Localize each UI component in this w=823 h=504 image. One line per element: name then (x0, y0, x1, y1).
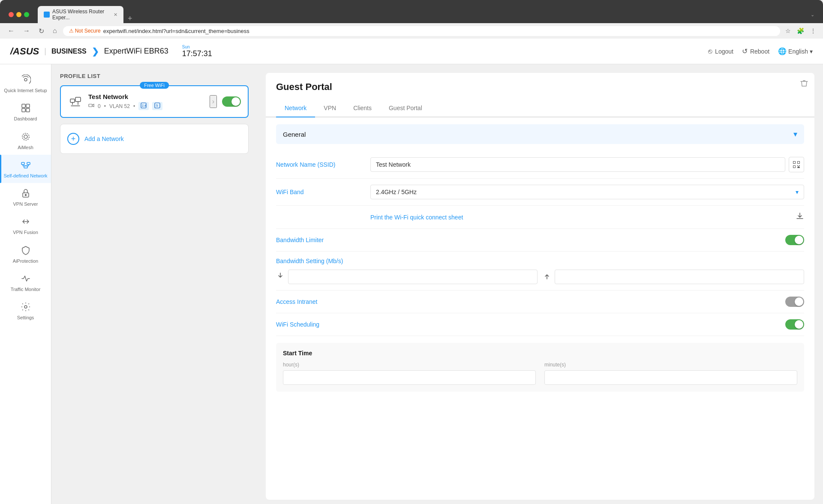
network-details: 0 • VLAN 52 • 2.4 (88, 102, 204, 110)
router-name: ExpertWiFi EBR63 (104, 47, 168, 56)
maximize-window-button[interactable] (24, 12, 29, 17)
header-chevron: ❯ (92, 46, 99, 57)
tab-vpn[interactable]: VPN (315, 99, 345, 117)
svg-rect-15 (89, 104, 92, 107)
access-intranet-toggle-slider (785, 297, 804, 307)
sidebar-label-traffic-monitor: Traffic Monitor (11, 286, 41, 292)
browser-tab-active[interactable]: ASUS Wireless Router Exper... ✕ (38, 6, 123, 23)
bandwidth-download-group (276, 270, 538, 284)
minimize-window-button[interactable] (16, 12, 21, 17)
svg-point-12 (24, 306, 27, 308)
hours-label: hour(s) (283, 362, 536, 368)
access-intranet-label: Access Intranet (276, 298, 318, 305)
logout-icon: ⎋ (708, 48, 712, 55)
sidebar-item-aimesh[interactable]: AiMesh (0, 126, 51, 155)
add-network-label: Add a Network (84, 135, 124, 142)
new-tab-button[interactable]: + (125, 14, 135, 23)
browser-extend-btn[interactable]: ⌄ (811, 12, 814, 18)
network-card[interactable]: Free WiFi Test Network (60, 85, 249, 118)
bandwidth-limiter-toggle[interactable] (785, 235, 804, 245)
network-name-control (370, 157, 804, 172)
qr-code-button[interactable] (789, 157, 804, 172)
not-secure-indicator: ⚠ Not Secure (69, 28, 101, 34)
settings-icon (20, 301, 32, 313)
network-name-input[interactable] (370, 157, 785, 172)
hours-input[interactable] (283, 370, 536, 385)
app-header: /ASUS | BUSINESS ❯ ExpertWiFi EBR63 Sun … (0, 39, 823, 64)
browser-toolbar: ☆ 🧩 ⋮ (784, 26, 818, 36)
start-time-section: Start Time hour(s) minute(s) (276, 343, 804, 392)
tab-network[interactable]: Network (276, 99, 315, 117)
bookmark-button[interactable]: ☆ (784, 26, 793, 36)
sidebar-item-traffic-monitor[interactable]: Traffic Monitor (0, 268, 51, 297)
sidebar-item-dashboard[interactable]: Dashboard (0, 98, 51, 126)
time-inputs: hour(s) minute(s) (283, 362, 797, 385)
svg-rect-29 (797, 167, 800, 168)
download-speed-icon (276, 272, 285, 282)
browser-window-controls (5, 12, 34, 17)
language-label: English (788, 48, 808, 55)
print-wifi-link[interactable]: Print the Wi-Fi quick connect sheet (370, 214, 792, 221)
main-content: Quick Internet Setup Dashboard AiMe (0, 64, 823, 504)
delete-button[interactable] (800, 79, 808, 90)
reboot-button[interactable]: ↺ Reboot (742, 47, 769, 55)
start-time-title: Start Time (283, 350, 797, 357)
refresh-button[interactable]: ↻ (36, 26, 47, 36)
system-time: Sun 17:57:31 (182, 45, 212, 58)
tab-close-button[interactable]: ✕ (114, 12, 117, 18)
language-selector[interactable]: 🌐 English ▾ (778, 47, 813, 55)
download-icon[interactable] (796, 212, 804, 222)
svg-rect-25 (793, 166, 795, 168)
sidebar-item-vpn-fusion[interactable]: VPN Fusion (0, 211, 51, 240)
general-section-header[interactable]: General ▾ (276, 124, 804, 144)
svg-rect-1 (22, 104, 25, 108)
sidebar-label-quick-internet-setup: Quick Internet Setup (4, 87, 47, 93)
access-intranet-toggle[interactable] (785, 297, 804, 307)
network-expand-button[interactable]: › (210, 95, 217, 108)
wifi-scheduling-toggle[interactable] (785, 319, 804, 330)
tab-favicon (44, 12, 50, 18)
svg-rect-26 (797, 165, 798, 166)
wifi-scheduling-label: WiFi Scheduling (276, 321, 319, 328)
network-toggle-slider (222, 96, 241, 107)
svg-point-0 (24, 78, 27, 81)
clients-count: 0 (98, 103, 101, 109)
network-toggle[interactable] (222, 96, 241, 107)
minutes-input[interactable] (544, 370, 797, 385)
sidebar-item-quick-internet-setup[interactable]: Quick Internet Setup (0, 69, 51, 98)
bandwidth-upload-input[interactable] (555, 270, 804, 284)
sidebar-item-vpn-server[interactable]: VPN Server (0, 183, 51, 211)
add-network-card[interactable]: + Add a Network (60, 124, 249, 154)
sidebar-label-vpn-fusion: VPN Fusion (13, 229, 38, 235)
extensions-button[interactable]: 🧩 (795, 26, 806, 36)
address-bar[interactable]: ⚠ Not Secure expertwifi.net/index.html?u… (63, 26, 780, 36)
print-wifi-control: Print the Wi-Fi quick connect sheet (370, 212, 804, 222)
aimesh-icon (20, 131, 32, 143)
asus-logo: /ASUS (10, 46, 39, 57)
home-button[interactable]: ⌂ (50, 26, 60, 36)
business-label: BUSINESS (51, 48, 87, 55)
sidebar-item-settings[interactable]: Settings (0, 297, 51, 325)
page-content: PROFILE LIST Free WiFi Test Network (51, 64, 823, 504)
bandwidth-download-input[interactable] (288, 270, 538, 284)
wifi-band-select[interactable]: 2.4GHz / 5GHz ▾ (370, 185, 804, 199)
sidebar-item-aiprotection[interactable]: AiProtection (0, 240, 51, 268)
svg-rect-27 (798, 166, 799, 167)
header-divider: | (44, 47, 46, 56)
forward-button[interactable]: → (21, 26, 33, 36)
logout-button[interactable]: ⎋ Logout (708, 48, 733, 55)
wifi-band-chevron-icon: ▾ (796, 189, 799, 195)
sidebar-item-self-defined-network[interactable]: Self-defined Network (0, 155, 51, 183)
back-button[interactable]: ← (5, 26, 17, 36)
close-window-button[interactable] (9, 12, 14, 17)
browser-menu-button[interactable]: ⋮ (808, 26, 818, 36)
wifi-band-label: WiFi Band (276, 189, 370, 195)
separator: • (104, 103, 106, 109)
tab-clients[interactable]: Clients (345, 99, 380, 117)
tab-guest-portal[interactable]: Guest Portal (380, 99, 431, 117)
reboot-label: Reboot (750, 48, 769, 55)
browser-chrome: ASUS Wireless Router Exper... ✕ + ⌄ ← → … (0, 0, 823, 39)
traffic-monitor-icon (20, 273, 32, 285)
general-section: General ▾ Network Name (SSID) (276, 124, 804, 392)
network-card-icon (68, 94, 83, 109)
